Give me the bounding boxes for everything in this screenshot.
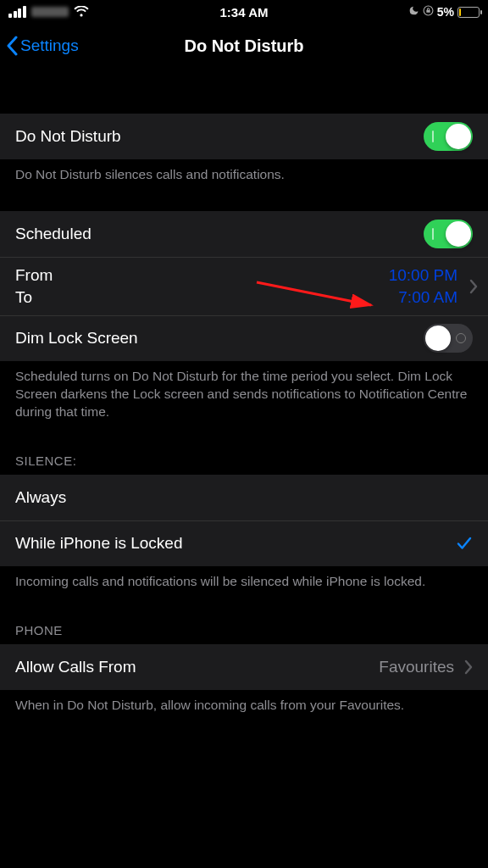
scheduled-toggle[interactable] [424, 220, 473, 248]
status-left [8, 6, 89, 18]
status-right: 5% [408, 5, 480, 19]
dim-lock-screen-label: Dim Lock Screen [15, 329, 424, 348]
silence-footer: Incoming calls and notifications will be… [0, 566, 488, 604]
status-time: 1:34 AM [220, 5, 269, 19]
from-label: From [15, 266, 389, 285]
allow-calls-row[interactable]: Allow Calls From Favourites [0, 644, 488, 690]
moon-icon [408, 5, 419, 19]
silence-always-label: Always [15, 488, 473, 507]
allow-calls-value: Favourites [379, 658, 458, 676]
page-title: Do Not Disturb [184, 36, 303, 56]
status-bar: 1:34 AM 5% [0, 0, 488, 24]
silence-header: SILENCE: [0, 435, 488, 475]
checkmark-icon [456, 535, 473, 552]
silence-locked-label: While iPhone is Locked [15, 534, 456, 553]
chevron-right-icon [458, 659, 473, 675]
battery-percentage: 5% [437, 5, 454, 19]
dnd-toggle-label: Do Not Disturb [15, 127, 424, 146]
chevron-right-icon [463, 279, 478, 294]
navigation-bar: Settings Do Not Disturb [0, 24, 488, 68]
silence-always-row[interactable]: Always [0, 475, 488, 520]
scheduled-footer: Scheduled turns on Do Not Disturb for th… [0, 361, 488, 435]
scheduled-toggle-row[interactable]: Scheduled [0, 211, 488, 257]
dim-lock-screen-toggle[interactable] [424, 324, 473, 353]
to-label: To [15, 288, 389, 307]
content-scroll[interactable]: Do Not Disturb Do Not Disturb silences c… [0, 68, 488, 728]
dnd-toggle-row[interactable]: Do Not Disturb [0, 114, 488, 159]
to-time: 7:00 AM [389, 288, 458, 307]
phone-footer: When in Do Not Disturb, allow incoming c… [0, 690, 488, 728]
dnd-toggle[interactable] [424, 122, 473, 151]
carrier-label [31, 7, 69, 17]
allow-calls-label: Allow Calls From [15, 658, 379, 676]
chevron-left-icon [5, 36, 19, 56]
back-label: Settings [20, 36, 79, 55]
wifi-icon [74, 6, 89, 18]
back-button[interactable]: Settings [0, 36, 79, 56]
phone-header: PHONE [0, 604, 488, 644]
scheduled-time-row[interactable]: From To 10:00 PM 7:00 AM [0, 257, 488, 315]
dim-lock-screen-row[interactable]: Dim Lock Screen [0, 315, 488, 361]
battery-icon [458, 7, 480, 18]
silence-locked-row[interactable]: While iPhone is Locked [0, 520, 488, 566]
cellular-signal-icon [8, 6, 26, 18]
dnd-footer: Do Not Disturb silences calls and notifi… [0, 159, 488, 198]
orientation-lock-icon [423, 5, 434, 19]
from-time: 10:00 PM [389, 266, 458, 285]
scheduled-toggle-label: Scheduled [15, 225, 424, 243]
